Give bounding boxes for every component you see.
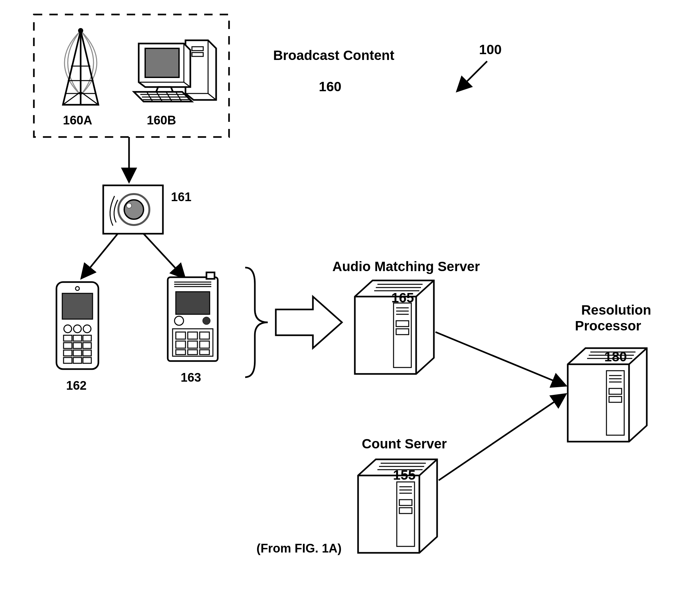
media-player-ref: 163 [181,371,201,385]
svg-point-25 [124,200,144,219]
svg-point-26 [126,203,132,208]
svg-rect-10 [192,47,203,51]
svg-rect-59 [200,341,209,348]
svg-rect-55 [188,332,197,339]
resolution-title: Resolution Processor 180 [566,287,650,380]
svg-rect-15 [145,48,179,77]
svg-point-52 [203,317,210,325]
svg-rect-47 [176,292,210,314]
svg-point-6 [78,28,83,33]
arrow-speaker-to-phone [82,234,118,277]
svg-rect-28 [62,293,93,319]
svg-rect-46 [206,272,215,279]
arrow-speaker-to-player [144,234,184,277]
svg-rect-27 [56,282,98,369]
svg-rect-23 [103,185,163,234]
svg-rect-43 [73,358,82,363]
phone-ref: 162 [66,379,86,393]
svg-rect-11 [192,53,203,56]
arrow-count-to-resolution [439,395,565,480]
svg-rect-33 [64,335,72,341]
svg-line-22 [176,92,182,102]
svg-point-29 [75,287,79,290]
svg-rect-60 [176,350,185,355]
svg-point-24 [118,194,149,225]
svg-point-31 [74,325,81,333]
svg-rect-61 [188,350,197,355]
speaker-ref: 161 [171,190,191,204]
speaker-icon [103,185,163,234]
desktop-computer-icon [134,40,216,102]
svg-rect-83 [399,508,412,514]
count-server-title: Count Server 155 [344,421,450,498]
media-player-icon [168,272,218,361]
broadcast-title: Broadcast Content 160 [258,32,387,110]
svg-rect-71 [396,329,409,335]
svg-point-32 [83,325,91,333]
svg-rect-34 [73,335,82,341]
arrow-figure-ref [458,61,487,90]
svg-line-9 [208,94,216,100]
svg-rect-56 [200,332,209,339]
svg-rect-90 [606,371,624,435]
arrow-audio-to-resolution [435,332,565,385]
svg-point-30 [64,325,72,333]
svg-line-19 [147,92,153,102]
svg-line-4 [63,92,81,105]
svg-line-5 [81,92,98,105]
svg-line-20 [156,92,162,102]
svg-rect-37 [73,343,82,348]
svg-rect-35 [83,335,91,341]
svg-rect-62 [200,350,209,355]
svg-rect-70 [396,321,409,327]
svg-line-14 [184,82,190,87]
antenna-ref: 160A [63,113,92,128]
smartphone-icon [56,282,98,369]
svg-rect-57 [176,341,185,348]
svg-line-21 [166,92,172,102]
diagram-canvas: Broadcast Content 160 100 160A 160B 161 … [0,0,700,597]
svg-rect-41 [83,350,91,356]
brace-icon [245,267,268,377]
svg-rect-36 [64,343,72,348]
figure-reference: 100 [479,42,502,57]
count-server-note: (From FIG. 1A) [256,542,342,556]
computer-ref: 160B [147,113,176,128]
svg-point-51 [175,316,183,325]
svg-rect-44 [83,358,91,363]
svg-rect-42 [64,358,72,363]
svg-rect-39 [64,350,72,356]
antenna-icon [63,28,98,105]
svg-rect-45 [168,277,218,361]
svg-rect-95 [609,396,622,402]
svg-rect-38 [83,343,91,348]
svg-rect-82 [399,500,412,505]
svg-rect-53 [173,329,213,356]
svg-rect-58 [188,341,197,348]
svg-rect-54 [176,332,185,339]
audio-matching-title: Audio Matching Server 165 [318,243,473,321]
svg-rect-40 [73,350,82,356]
svg-rect-94 [609,388,622,394]
